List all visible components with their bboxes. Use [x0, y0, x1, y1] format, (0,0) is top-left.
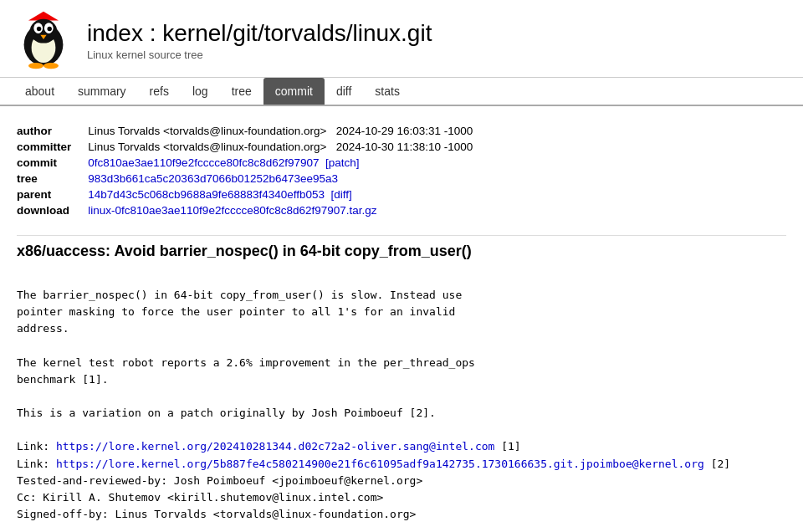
nav-about[interactable]: about: [13, 78, 66, 105]
svg-point-6: [37, 27, 41, 31]
commit-meta-table: author Linus Torvalds <torvalds@linux-fo…: [17, 123, 479, 218]
svg-point-3: [30, 19, 57, 43]
meta-commit-row: commit 0fc810ae3ae110f9e2fcccce80fc8c8d6…: [17, 155, 479, 171]
tux-logo: [13, 10, 74, 70]
parent-label: parent: [17, 187, 88, 202]
commit-label: commit: [17, 155, 88, 171]
tree-hash-link[interactable]: 983d3b661ca5c20363d7066b01252b6473ee95a3: [88, 172, 338, 185]
download-link-cell: linux-0fc810ae3ae110f9e2fcccce80fc8c8d62…: [88, 202, 479, 218]
nav-tree[interactable]: tree: [220, 78, 263, 105]
committer-label: committer: [17, 139, 88, 155]
commit-body-part1: The barrier_nospec() in 64-bit copy_from…: [17, 289, 475, 453]
meta-parent-row: parent 14b7d43c5c068cb9688a9fe68883f4340…: [17, 187, 479, 202]
commit-body: The barrier_nospec() in 64-bit copy_from…: [17, 270, 786, 532]
nav-stats[interactable]: stats: [363, 78, 412, 105]
svg-point-9: [28, 63, 43, 69]
title-area: index : kernel/git/torvalds/linux.git Li…: [87, 20, 432, 61]
parent-hash-cell: 14b7d43c5c068cb9688a9fe68883f4340effb053…: [88, 187, 479, 202]
meta-tree-row: tree 983d3b661ca5c20363d7066b01252b6473e…: [17, 171, 479, 187]
nav-diff[interactable]: diff: [325, 78, 363, 105]
author-label: author: [17, 123, 88, 139]
commit-hash-cell: 0fc810ae3ae110f9e2fcccce80fc8c8d62f97907…: [88, 155, 479, 171]
page-subtitle: Linux kernel source tree: [87, 49, 432, 61]
nav-log[interactable]: log: [181, 78, 220, 105]
committer-value: Linus Torvalds <torvalds@linux-foundatio…: [88, 139, 479, 155]
commit-patch-link[interactable]: [patch]: [325, 156, 360, 169]
meta-download-row: download linux-0fc810ae3ae110f9e2fcccce8…: [17, 202, 479, 218]
page-title: index : kernel/git/torvalds/linux.git: [87, 20, 432, 47]
download-link[interactable]: linux-0fc810ae3ae110f9e2fcccce80fc8c8d62…: [88, 204, 376, 217]
svg-point-10: [43, 63, 59, 69]
navigation: about summary refs log tree commit diff …: [0, 78, 803, 106]
tree-label: tree: [17, 171, 88, 187]
main-content: author Linus Torvalds <torvalds@linux-fo…: [0, 106, 803, 532]
commit-link2[interactable]: https://lore.kernel.org/5b887fe4c5802149…: [56, 458, 704, 470]
nav-refs[interactable]: refs: [138, 78, 181, 105]
tree-hash-cell: 983d3b661ca5c20363d7066b01252b6473ee95a3: [88, 171, 479, 187]
logo-area: [13, 10, 74, 70]
nav-summary[interactable]: summary: [66, 78, 138, 105]
nav-commit[interactable]: commit: [263, 78, 325, 105]
parent-hash-link[interactable]: 14b7d43c5c068cb9688a9fe68883f4340effb053: [88, 188, 325, 201]
author-value: Linus Torvalds <torvalds@linux-foundatio…: [88, 123, 479, 139]
commit-link1[interactable]: https://lore.kernel.org/202410281344.d02…: [56, 440, 494, 453]
download-label: download: [17, 202, 88, 218]
header: index : kernel/git/torvalds/linux.git Li…: [0, 0, 803, 78]
divider: [17, 235, 786, 236]
commit-title: x86/uaccess: Avoid barrier_nospec() in 6…: [17, 243, 786, 260]
meta-committer-row: committer Linus Torvalds <torvalds@linux…: [17, 139, 479, 155]
parent-diff-link[interactable]: [diff]: [331, 188, 352, 201]
meta-author-row: author Linus Torvalds <torvalds@linux-fo…: [17, 123, 479, 139]
commit-hash-link[interactable]: 0fc810ae3ae110f9e2fcccce80fc8c8d62f97907: [88, 156, 319, 169]
svg-point-7: [48, 27, 52, 31]
